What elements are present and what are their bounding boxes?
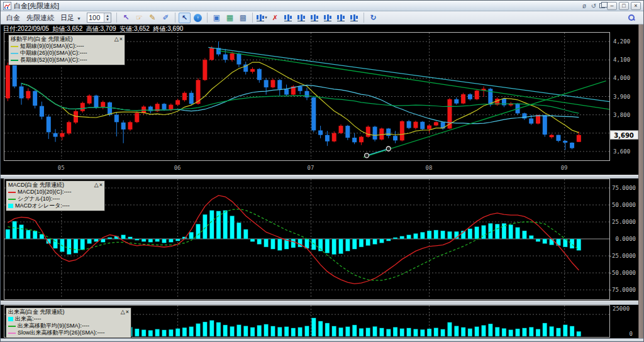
chart-type-dropdown-button[interactable]: ▾ xyxy=(256,13,268,23)
toolbar-separator xyxy=(207,13,208,23)
legend-swatch-icon xyxy=(11,46,18,47)
trendlines xyxy=(208,47,609,157)
legend-title: 移動平均(白金 先限連続) xyxy=(11,36,73,43)
legend-item-label: 中期線(26)(0)(SMA)(C):---- xyxy=(20,50,87,57)
indicator-button-5[interactable] xyxy=(335,13,347,23)
macd-legend: MACD(白金 先限連続)△×MACD(10)(20)(C):----シグナル(… xyxy=(6,180,105,211)
indicator-button-6[interactable] xyxy=(348,13,360,23)
contract-label[interactable]: 先限連続 xyxy=(24,13,57,23)
legend-item-label: Slow出来高移動平均(26)(SMA):---- xyxy=(18,329,105,336)
indicator-button-2[interactable] xyxy=(296,13,308,23)
chart-window-button[interactable]: ▣ xyxy=(211,13,223,23)
chart-content: 日付:2022/09/05 始値:3,652 高値:3,709 安値:3,652… xyxy=(1,25,638,338)
maximize-button[interactable]: □ xyxy=(619,2,629,10)
hand-icon: ☞ xyxy=(136,13,143,22)
bar-chart-icon xyxy=(257,14,264,21)
grid-icon: ▦ xyxy=(226,13,233,22)
svg-text:25.0000: 25.0000 xyxy=(612,219,636,225)
indicator-chart-icon xyxy=(284,14,292,21)
svg-text:-25.0000: -25.0000 xyxy=(609,253,636,259)
toolbar: 白金 先限連続 日足 ▼ 100 ▲ ▼ ↖ ☞ ✎ ✐ ↖ ↑ ▣ ▦ ▩ ▾… xyxy=(1,11,643,25)
volume-legend: 出来高(白金 先限連続)△×出来高:----出来高移動平均(9)(SMA):--… xyxy=(6,307,131,338)
legend-item: シグナル(10):---- xyxy=(8,196,103,202)
legend-close-icon[interactable]: × xyxy=(126,309,129,316)
stepper-down-icon[interactable]: ▼ xyxy=(106,18,109,21)
minimize-button[interactable]: – xyxy=(607,2,617,10)
remove-indicator-button[interactable]: ✗ xyxy=(269,13,281,23)
indicator-chart-icon xyxy=(311,14,318,21)
legend-item-label: 出来高移動平均(9)(SMA):---- xyxy=(18,323,89,329)
vertical-scrollbar[interactable] xyxy=(638,25,644,338)
toolbar-separator xyxy=(116,13,117,23)
refresh-button[interactable]: ↻ xyxy=(367,13,379,23)
cursor-tool-button[interactable]: ↖ xyxy=(120,13,132,23)
legend-item-label: 長期線(52)(0)(SMA)(C):---- xyxy=(20,57,87,63)
bars-count-stepper[interactable]: 100 ▲ ▼ xyxy=(87,13,111,23)
svg-text:3,690: 3,690 xyxy=(614,132,634,139)
svg-text:-75.0000: -75.0000 xyxy=(609,287,636,293)
x-axis-tick: 09 xyxy=(561,165,568,171)
indicator-button-3[interactable] xyxy=(309,13,321,23)
toolbar-separator xyxy=(175,13,175,23)
cascade-windows-icon[interactable] xyxy=(599,3,605,8)
scroll-latest-button[interactable]: ↑ xyxy=(192,13,204,23)
svg-text:50.0000: 50.0000 xyxy=(612,202,636,208)
grid-dense-icon: ▩ xyxy=(240,13,247,22)
legend-title: MACD(白金 先限連続) xyxy=(8,182,64,189)
legend-swatch-icon xyxy=(8,204,13,208)
close-button[interactable]: × xyxy=(631,2,641,10)
toolbar-separator xyxy=(364,13,364,23)
symbol-label[interactable]: 白金 xyxy=(4,13,23,23)
grid-dense-view-button[interactable]: ▩ xyxy=(237,13,249,23)
grid-view-button[interactable]: ▦ xyxy=(224,13,236,23)
select-arrow-icon: ↖ xyxy=(182,14,187,22)
legend-item-label: 短期線(9)(0)(SMA)(C):---- xyxy=(20,43,84,50)
app-icon xyxy=(3,2,11,10)
stepper-arrows[interactable]: ▲ ▼ xyxy=(104,13,111,22)
toolbar-separator xyxy=(252,13,253,23)
legend-title: 出来高(白金 先限連続) xyxy=(8,309,65,316)
titlebar[interactable]: 白金[先限連続] ø ↺ – □ × xyxy=(1,1,643,11)
legend-item-label: MACD(10)(20)(C):---- xyxy=(18,189,72,196)
legend-item-label: シグナル(10):---- xyxy=(18,196,60,202)
x-axis-tick: 08 xyxy=(426,165,433,171)
legend-collapse-icon[interactable]: △ xyxy=(121,309,125,316)
svg-text:3,900: 3,900 xyxy=(613,94,630,100)
x-axis-tick: 07 xyxy=(307,165,314,171)
select-mode-button[interactable]: ↖ xyxy=(179,13,191,23)
pen-icon: ✐ xyxy=(162,13,169,22)
chart-window-icon: ▣ xyxy=(213,13,220,22)
indicator-button-4[interactable] xyxy=(322,13,334,23)
svg-text:75.0000: 75.0000 xyxy=(612,185,636,191)
svg-text:-50.0000: -50.0000 xyxy=(609,270,636,276)
draw-pen-button[interactable]: ✐ xyxy=(160,13,172,23)
macd-axis: 75.000050.000025.00000.0000-25.0000-50.0… xyxy=(609,185,636,293)
legend-collapse-icon[interactable]: △ xyxy=(114,36,119,43)
svg-text:0.0000: 0.0000 xyxy=(615,236,636,242)
legend-close-icon[interactable]: × xyxy=(119,36,123,43)
period-dropdown[interactable]: 日足 ▼ xyxy=(58,13,84,23)
indicator-button-1[interactable] xyxy=(282,13,294,23)
bars-count-value[interactable]: 100 xyxy=(87,13,104,22)
indicator-chart-icon xyxy=(350,14,358,21)
draw-line-button[interactable]: ✎ xyxy=(147,13,158,23)
app-window: 白金[先限連続] ø ↺ – □ × 白金 先限連続 日足 ▼ 100 ▲ ▼ … xyxy=(0,0,644,342)
volume-axis: 250000 xyxy=(613,306,633,337)
pin-icon[interactable]: ø xyxy=(580,3,588,9)
legend-swatch-icon xyxy=(11,60,18,61)
legend-collapse-icon[interactable]: △ xyxy=(94,182,99,189)
search-icon[interactable] xyxy=(628,14,635,21)
pan-tool-button[interactable]: ☞ xyxy=(133,13,145,23)
legend-item: 中期線(26)(0)(SMA)(C):---- xyxy=(11,50,123,57)
svg-text:4,200: 4,200 xyxy=(613,38,630,45)
legend-item: MACD(10)(20)(C):---- xyxy=(8,189,103,196)
panel-splitter[interactable] xyxy=(1,301,638,305)
legend-item: 出来高:---- xyxy=(8,316,129,323)
window-bottom-frame xyxy=(1,338,643,342)
svg-text:3,600: 3,600 xyxy=(613,148,630,155)
x-axis: 0506070809 xyxy=(1,163,638,175)
x-axis-tick: 06 xyxy=(174,165,181,171)
undo-icon[interactable]: ↺ xyxy=(590,3,597,9)
legend-close-icon[interactable]: × xyxy=(99,182,103,189)
chevron-down-icon: ▼ xyxy=(77,16,81,21)
